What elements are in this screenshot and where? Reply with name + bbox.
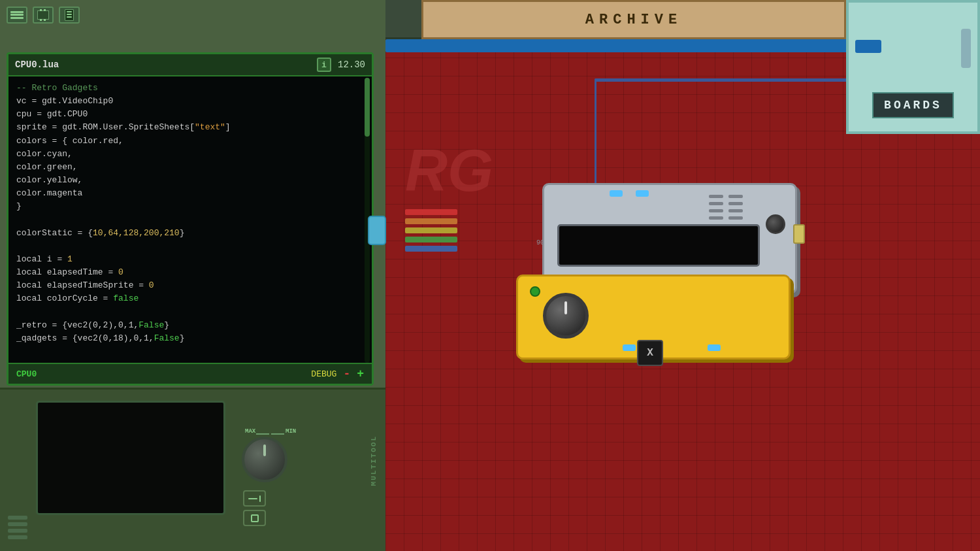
code-line-15: local colorCycle = false bbox=[16, 292, 364, 305]
min-label: MIN bbox=[286, 428, 296, 435]
code-line-10: } bbox=[16, 200, 364, 213]
code-content[interactable]: -- Retro Gadgets vc = gdt.VideoChip0 cpu… bbox=[8, 76, 372, 360]
editor-titlebar: CPU0.lua i 12.30 bbox=[8, 54, 372, 76]
power-lines bbox=[8, 516, 27, 539]
multitool-screen bbox=[36, 401, 225, 515]
multitool-area: MAX MIN MULTITOOL bbox=[0, 388, 385, 551]
device-cable2 bbox=[595, 78, 889, 82]
code-line-4: sprite = gdt.ROM.User.SpriteSheets["text… bbox=[16, 121, 364, 134]
editor-scrollbar-thumb[interactable] bbox=[365, 78, 370, 137]
code-line-13: local elapsedTime = 0 bbox=[16, 266, 364, 279]
code-line-7: color.green, bbox=[16, 161, 364, 174]
code-line-17: _qadgets = {vec2(0,18),0,1,False} bbox=[16, 332, 364, 345]
code-line-5: colors = { color.red, bbox=[16, 135, 364, 148]
archive-panel: ARCHIVE bbox=[421, 0, 846, 39]
code-line-16: _retro = {vec2(0,2),0,1,False} bbox=[16, 319, 364, 332]
editor-title: CPU0.lua bbox=[15, 59, 310, 70]
rg-watermark: RG bbox=[405, 137, 493, 205]
plus-button[interactable]: + bbox=[357, 367, 364, 380]
debug-label: DEBUG bbox=[311, 369, 336, 379]
connector-top-1 bbox=[610, 190, 623, 197]
code-line-9: color.magenta bbox=[16, 187, 364, 200]
connector-yellow-2 bbox=[708, 344, 721, 351]
device-small-knob[interactable] bbox=[766, 214, 785, 234]
editor-top-icons bbox=[7, 7, 80, 24]
connector-yellow-1 bbox=[623, 344, 636, 351]
device-x-button[interactable]: X bbox=[637, 340, 663, 366]
code-line-11: colorStatic = {10,64,128,200,210} bbox=[16, 227, 364, 240]
side-connector-port bbox=[368, 216, 386, 245]
boards-panel[interactable]: BOARDS bbox=[846, 0, 980, 134]
multitool-dial[interactable] bbox=[242, 437, 287, 482]
editor-status-bar: CPU0 DEBUG - + bbox=[8, 363, 372, 384]
editor-time: 12.30 bbox=[338, 59, 365, 70]
archive-progress-bar bbox=[385, 39, 856, 52]
code-editor[interactable]: CPU0.lua i 12.30 -- Retro Gadgets vc = g… bbox=[7, 52, 374, 386]
multitool-label: MULTITOOL bbox=[370, 435, 378, 486]
small-btn-1[interactable] bbox=[243, 490, 266, 507]
connector-top-2 bbox=[636, 190, 649, 197]
device-screen: 90 bbox=[557, 224, 760, 267]
device-right-connector bbox=[793, 224, 805, 244]
color-bars bbox=[405, 209, 457, 252]
max-label: MAX bbox=[245, 428, 255, 435]
code-line-blank2 bbox=[16, 240, 364, 253]
code-line-1: -- Retro Gadgets bbox=[16, 82, 364, 95]
minus-button[interactable]: - bbox=[343, 367, 350, 380]
device-power-led bbox=[530, 286, 540, 297]
document-icon[interactable] bbox=[59, 7, 80, 24]
code-line-blank1 bbox=[16, 213, 364, 226]
code-line-2: vc = gdt.VideoChip0 bbox=[16, 95, 364, 108]
code-line-8: color.yellow, bbox=[16, 174, 364, 187]
device-vents-left bbox=[709, 195, 743, 220]
editor-info-button[interactable]: i bbox=[317, 58, 331, 72]
code-line-3: cpu = gdt.CPU0 bbox=[16, 108, 364, 121]
archive-label: ARCHIVE bbox=[585, 12, 682, 28]
code-line-6: color.cyan, bbox=[16, 148, 364, 161]
boards-label[interactable]: BOARDS bbox=[872, 92, 954, 118]
device-main-knob[interactable] bbox=[543, 293, 589, 339]
cpu-label: CPU0 bbox=[16, 369, 37, 379]
code-line-14: local elapsedTimeSprite = 0 bbox=[16, 279, 364, 292]
small-btn-2[interactable] bbox=[243, 510, 266, 526]
code-line-12: local i = 1 bbox=[16, 253, 364, 266]
chip-icon[interactable] bbox=[33, 7, 54, 24]
code-line-blank3 bbox=[16, 305, 364, 318]
hamburger-menu-icon[interactable] bbox=[7, 7, 27, 24]
